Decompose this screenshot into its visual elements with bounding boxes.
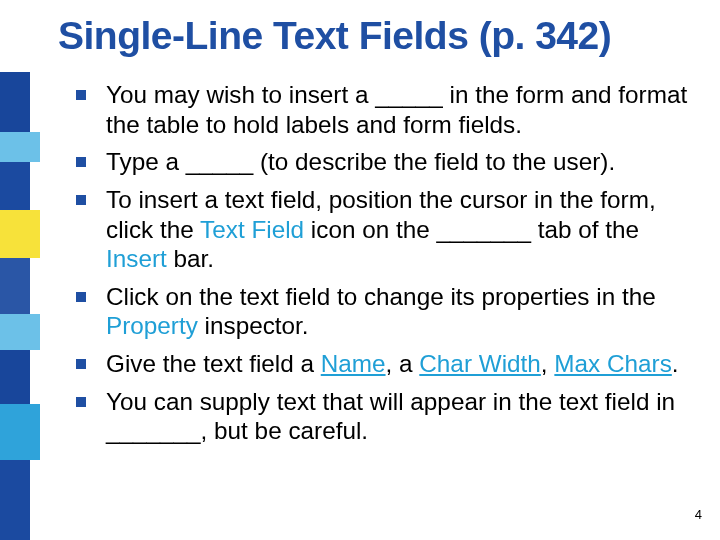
bullet-text: Property: [106, 312, 198, 339]
bullet-text: icon on the _______ tab of the: [304, 216, 639, 243]
slide-title: Single-Line Text Fields (p. 342): [58, 14, 700, 58]
slide-number: 4: [695, 507, 702, 522]
decorative-sidebar: [0, 72, 40, 540]
bullet-text: bar.: [167, 245, 214, 272]
bullet-text: You may wish to insert a _____ in the fo…: [106, 81, 687, 138]
bullet-text: ,: [541, 350, 555, 377]
bullet-item: You can supply text that will appear in …: [70, 387, 696, 446]
bullet-text: Max Chars: [554, 350, 671, 377]
slide: Single-Line Text Fields (p. 342) You may…: [0, 0, 720, 540]
bullet-list: You may wish to insert a _____ in the fo…: [70, 80, 696, 446]
bullet-text: .: [672, 350, 679, 377]
slide-body: You may wish to insert a _____ in the fo…: [70, 80, 696, 454]
bullet-text: Click on the text field to change its pr…: [106, 283, 656, 310]
bullet-item: You may wish to insert a _____ in the fo…: [70, 80, 696, 139]
bullet-text: Name: [321, 350, 386, 377]
bullet-text: Text Field: [200, 216, 304, 243]
bullet-item: Click on the text field to change its pr…: [70, 282, 696, 341]
bullet-text: , a: [386, 350, 420, 377]
bullet-text: Insert: [106, 245, 167, 272]
bullet-item: Give the text field a Name, a Char Width…: [70, 349, 696, 379]
bullet-text: You can supply text that will appear in …: [106, 388, 675, 445]
bullet-item: To insert a text field, position the cur…: [70, 185, 696, 274]
bullet-text: Give the text field a: [106, 350, 321, 377]
bullet-item: Type a _____ (to describe the field to t…: [70, 147, 696, 177]
bullet-text: Char Width: [419, 350, 541, 377]
bullet-text: Type a _____ (to describe the field to t…: [106, 148, 615, 175]
bullet-text: inspector.: [198, 312, 309, 339]
